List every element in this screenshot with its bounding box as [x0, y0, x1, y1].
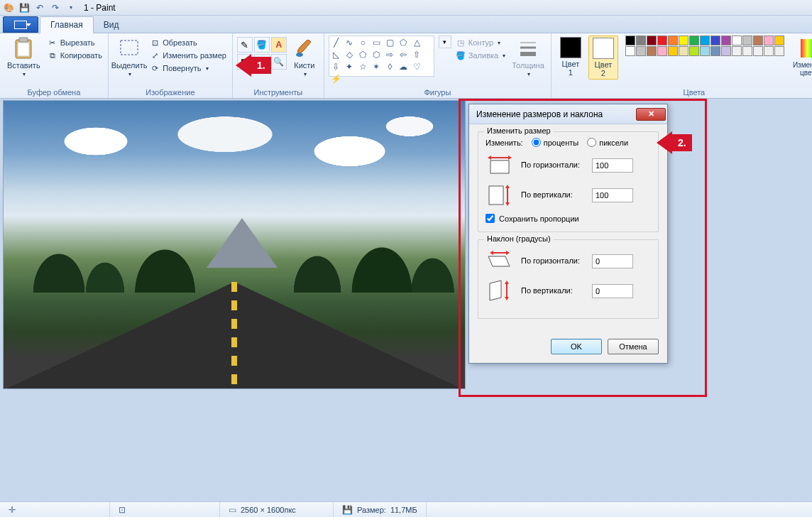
paste-button[interactable]: Вставить ▾ [4, 36, 43, 79]
resize-v-input[interactable] [592, 188, 633, 202]
radio-percent[interactable]: проценты [532, 138, 579, 147]
shape-rarrow-icon[interactable]: ⇨ [385, 50, 395, 60]
ribbon-tab-row: Главная Вид [0, 16, 812, 33]
color1-button[interactable]: Цвет 1 [556, 36, 586, 78]
edit-colors-button[interactable]: Изменение цветов [790, 36, 812, 78]
color-swatch[interactable] [647, 36, 657, 45]
color-swatch[interactable] [774, 36, 784, 45]
aspect-checkbox[interactable] [485, 214, 495, 223]
shapes-gallery[interactable]: ╱ ∿ ○ ▭ ▢ ⬠ △ ◺ ◇ ⬠ ⬡ ⇨ ⇦ ⇧ ⇩ ✦ ☆ ✶ ◊ ☁ [329, 36, 434, 77]
undo-icon[interactable]: ↶ [34, 2, 45, 13]
brushes-button[interactable]: Кисти ▾ [290, 36, 319, 79]
color-swatch[interactable] [721, 36, 731, 45]
shape-oval-icon[interactable]: ○ [358, 38, 368, 48]
color-swatch[interactable] [732, 36, 742, 45]
save-icon[interactable]: 💾 [18, 2, 30, 13]
shape-4star-icon[interactable]: ✦ [344, 62, 355, 72]
shape-uarrow-icon[interactable]: ⇧ [412, 50, 422, 60]
shape-heart-icon[interactable]: ⚡ [331, 74, 341, 84]
color-swatch[interactable] [647, 46, 657, 56]
dialog-titlebar[interactable]: Изменение размеров и наклона ✕ [469, 104, 667, 124]
shape-polygon-icon[interactable]: ⬠ [398, 38, 409, 48]
shape-pentagon-icon[interactable]: ⬠ [358, 50, 368, 60]
file-menu-button[interactable] [3, 16, 38, 33]
cancel-button[interactable]: Отмена [608, 339, 659, 354]
color-swatch[interactable] [732, 46, 742, 56]
tab-home[interactable]: Главная [40, 16, 94, 33]
color-swatch[interactable] [679, 36, 688, 45]
color-swatch[interactable] [742, 46, 752, 56]
resize-horizontal-icon [485, 154, 514, 177]
color-swatch[interactable] [721, 46, 731, 56]
shape-hexagon-icon[interactable]: ⬡ [371, 50, 382, 60]
zoom-tool[interactable]: 🔍 [271, 54, 287, 70]
color-swatch[interactable] [625, 36, 635, 45]
skew-v-input[interactable] [592, 284, 633, 298]
shape-callout-icon[interactable]: ◊ [385, 62, 395, 72]
color-swatch[interactable] [636, 36, 646, 45]
radio-pixels[interactable]: пиксели [587, 138, 628, 147]
app-icon[interactable]: 🎨 [3, 2, 14, 13]
shapes-expand[interactable]: ▾ [439, 36, 451, 48]
resize-h-input[interactable] [592, 158, 633, 173]
shape-6star-icon[interactable]: ✶ [371, 62, 382, 72]
skew-h-input[interactable] [592, 254, 633, 268]
shape-cloud-icon[interactable]: ♡ [412, 62, 422, 72]
shape-diamond-icon[interactable]: ◇ [344, 50, 355, 60]
color-swatch[interactable] [753, 36, 763, 45]
shape-rect-icon[interactable]: ▭ [371, 38, 382, 48]
color-swatch[interactable] [753, 46, 763, 56]
color-swatch[interactable] [764, 36, 774, 45]
color-swatch[interactable] [657, 46, 667, 56]
close-button[interactable]: ✕ [636, 108, 666, 121]
color2-button[interactable]: Цвет 2 [588, 36, 618, 80]
canvas[interactable] [4, 101, 465, 388]
qat-dropdown-icon[interactable]: ▾ [65, 2, 77, 13]
radio-percent-input[interactable] [532, 138, 541, 147]
color-swatch[interactable] [700, 46, 710, 56]
color-swatch[interactable] [710, 36, 720, 45]
color-swatch[interactable] [689, 46, 699, 56]
shape-oval-callout-icon[interactable]: ☁ [398, 62, 409, 72]
workspace[interactable]: 1. Изменение размеров и наклона ✕ Измени… [0, 99, 812, 504]
color-swatch[interactable] [764, 46, 774, 56]
color-swatch[interactable] [625, 46, 635, 56]
shape-rtriangle-icon[interactable]: ◺ [331, 50, 341, 60]
shape-5star-icon[interactable]: ☆ [358, 62, 368, 72]
tab-view[interactable]: Вид [94, 17, 129, 33]
copy-button[interactable]: ⧉ Копировать [46, 50, 104, 61]
crop-button[interactable]: ⊡ Обрезать [148, 37, 228, 48]
select-button[interactable]: Выделить ▾ [113, 36, 146, 79]
thickness-button[interactable]: Толщина ▾ [510, 36, 547, 79]
color-swatch[interactable] [689, 36, 699, 45]
color-swatch[interactable] [774, 46, 784, 56]
group-label-image: Изображение [113, 87, 228, 98]
chevron-down-icon[interactable]: ▾ [439, 36, 451, 48]
shape-larrow-icon[interactable]: ⇦ [398, 50, 409, 60]
color-swatch[interactable] [700, 36, 710, 45]
shape-line-icon[interactable]: ╱ [331, 38, 341, 48]
color-swatch[interactable] [710, 46, 720, 56]
shape-curve-icon[interactable]: ∿ [344, 38, 355, 48]
fill-tool[interactable]: 🪣 [254, 37, 270, 53]
redo-icon[interactable]: ↷ [50, 2, 61, 13]
shape-triangle-icon[interactable]: △ [412, 38, 422, 48]
color-swatch[interactable] [668, 36, 678, 45]
shape-roundrect-icon[interactable]: ▢ [385, 38, 395, 48]
outline-button[interactable]: ◳ Контур ▾ [454, 37, 507, 48]
ok-button[interactable]: OK [551, 339, 602, 354]
color-swatch[interactable] [679, 46, 688, 56]
pencil-tool[interactable]: ✎ [237, 37, 253, 53]
color-swatch[interactable] [668, 46, 678, 56]
copy-label: Копировать [60, 51, 102, 60]
fill-button[interactable]: 🪣 Заливка ▾ [454, 50, 507, 61]
rotate-button[interactable]: ⟳ Повернуть ▾ [148, 62, 228, 74]
color-swatch[interactable] [636, 46, 646, 56]
resize-button[interactable]: ⤢ Изменить размер [148, 50, 228, 61]
color-swatch[interactable] [742, 36, 752, 45]
radio-pixels-input[interactable] [587, 138, 596, 147]
cut-button[interactable]: ✂ Вырезать [46, 37, 104, 48]
shape-darrow-icon[interactable]: ⇩ [331, 62, 341, 72]
text-tool[interactable]: A [271, 37, 287, 53]
color-swatch[interactable] [657, 36, 667, 45]
